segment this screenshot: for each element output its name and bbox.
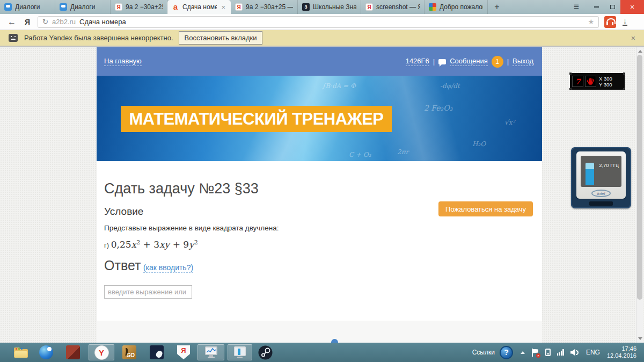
tab-label: Школьные Знани — [313, 3, 356, 11]
banner-formula-decoration: -dφ/dt — [440, 82, 460, 90]
url-input[interactable]: ↻ a2b2.ru Сдача номера ★ — [38, 16, 599, 28]
mouse-coords-widget[interactable]: 7 X 300 Y 300 — [570, 74, 624, 89]
yandex-icon: Я — [235, 3, 243, 11]
taskbar-yandex-widget-button[interactable]: Я — [176, 345, 191, 359]
scroll-up-icon[interactable] — [638, 50, 642, 53]
csgo-icon: GO — [122, 345, 136, 359]
tab-algebra-1[interactable]: Я 9а 2 −30а+25 — — [111, 0, 167, 14]
taskbar-yandex-browser-button[interactable]: Y — [94, 345, 109, 359]
widget-pin — [569, 73, 572, 75]
taskbar-navy-app-button[interactable] — [149, 345, 164, 359]
window-controls: ≡ × — [565, 0, 644, 14]
answer-input[interactable] — [104, 285, 192, 299]
folder-icon — [14, 347, 28, 358]
action-center-flag-icon[interactable]: × — [532, 349, 539, 357]
intel-logo: intel — [591, 190, 611, 197]
banner-formula-decoration: ∫B·dA = Φ — [322, 82, 356, 90]
reload-icon[interactable]: ↻ — [42, 18, 48, 26]
x-coordinate: X 300 — [599, 76, 612, 82]
new-tab-button[interactable]: + — [488, 0, 506, 14]
messages-link[interactable]: Сообщения — [450, 57, 488, 66]
page-scrollbar[interactable] — [636, 47, 643, 343]
language-indicator[interactable]: ENG — [586, 349, 600, 356]
yandex-logo-icon[interactable]: Я — [25, 18, 30, 26]
device-icon[interactable] — [545, 349, 551, 356]
condition-heading: Условие — [104, 206, 143, 218]
site-nav-bar: На главную 1426F6 | Сообщения 1 | Выход — [97, 47, 542, 76]
footer-logo-edge — [331, 339, 338, 343]
show-hidden-icons-chevron[interactable] — [521, 351, 525, 354]
taskbar: Y GO Я — [0, 343, 644, 362]
tab-welcome[interactable]: Добро пожалова — [425, 0, 488, 14]
browser-tab-bar: Диалоги Диалоги Я 9а 2 −30а+25 — a Сдача… — [0, 0, 644, 14]
address-bar: ← Я ↻ a2b2.ru Сдача номера ★ ↓ — [0, 14, 644, 30]
logout-link[interactable]: Выход — [513, 57, 533, 66]
bookmark-star-icon[interactable]: ★ — [588, 18, 594, 26]
formula-prefix: г) — [104, 241, 109, 249]
tab-znanija[interactable]: 3 Школьные Знани — [298, 0, 361, 14]
download-icon[interactable]: ↓ — [623, 18, 627, 26]
red-hand-icon — [587, 77, 595, 85]
desktop-screen: Диалоги Диалоги Я 9а 2 −30а+25 — a Сдача… — [0, 0, 644, 362]
minimize-button[interactable] — [588, 0, 604, 14]
welcome-icon — [429, 3, 436, 11]
tab-algebra-2[interactable]: Я 9а 2 −30а+25 — — [231, 0, 298, 14]
tab-sdacha-nomera-active[interactable]: a Сдача номера × — [167, 0, 231, 14]
user-code-link[interactable]: 1426F6 — [406, 57, 429, 66]
home-link[interactable]: На главную — [104, 57, 142, 66]
coords-text: X 300 Y 300 — [599, 76, 612, 88]
taskbar-explorer-button[interactable] — [13, 345, 28, 359]
task-formula: г) 0,25x2 + 3xy + 9y2 — [104, 239, 198, 250]
tab-label: screenshot — Янд — [376, 3, 420, 11]
yandex-icon: Я — [115, 3, 122, 11]
crash-notification-bar: Работа Yandex была завершена некорректно… — [0, 30, 644, 47]
yandex-pin-icon: Я — [177, 345, 190, 359]
menu-icon[interactable]: ≡ — [565, 0, 588, 14]
clock[interactable]: 17:46 12.04.2016 — [607, 345, 636, 359]
maximize-icon — [610, 5, 615, 9]
taskbar-steam-button[interactable] — [258, 345, 273, 359]
report-task-button[interactable]: Пожаловаться на задачу — [438, 201, 533, 216]
messages-badge[interactable]: 1 — [492, 56, 503, 68]
chat-icon — [60, 3, 67, 11]
page-viewport: На главную 1426F6 | Сообщения 1 | Выход … — [0, 47, 644, 343]
tab-dialogs-1[interactable]: Диалоги — [0, 0, 55, 14]
tab-dialogs-2[interactable]: Диалоги — [55, 0, 111, 14]
cpu-monitor-widget[interactable]: 2,70 ГГц intel — [571, 147, 631, 208]
banner-formula-decoration: 2πr — [397, 148, 408, 156]
help-icon[interactable]: ? — [500, 346, 513, 359]
volume-icon[interactable] — [570, 349, 579, 356]
tab-close-icon[interactable]: × — [220, 3, 226, 11]
blue-disc-icon — [39, 345, 53, 359]
scroll-down-icon[interactable] — [638, 337, 642, 340]
extension-headphones-icon[interactable] — [604, 16, 616, 28]
error-badge: × — [536, 353, 540, 358]
how-to-enter-link[interactable]: (как вводить?) — [143, 263, 193, 273]
znanija-icon: 3 — [302, 3, 310, 11]
taskbar-resource-app-button[interactable] — [232, 345, 247, 359]
cpu-chip-face: 2,70 ГГц intel — [576, 151, 626, 199]
formula-exponent: 2 — [194, 239, 198, 246]
network-signal-icon[interactable] — [557, 349, 564, 356]
taskbar-monitor-app-button[interactable] — [203, 345, 218, 359]
taskbar-csgo-button[interactable]: GO — [122, 345, 137, 359]
task-card: Сдать задачу №23 §33 Условие Пожаловатьс… — [97, 161, 542, 321]
taskbar-media-app-button[interactable] — [39, 345, 54, 359]
links-toolbar-label[interactable]: Ссылки — [472, 349, 495, 356]
maximize-button[interactable] — [604, 0, 620, 14]
tab-label: 9а 2 −30а+25 — — [126, 3, 163, 11]
notification-message: Работа Yandex была завершена некорректно… — [24, 34, 173, 42]
scrollbar-thumb[interactable] — [637, 55, 642, 300]
notification-close-icon[interactable]: × — [631, 34, 635, 42]
user-nav: 1426F6 | Сообщения 1 | Выход — [406, 56, 533, 68]
intel-logo-text: intel — [597, 191, 605, 196]
taskbar-red-app-button[interactable] — [65, 345, 80, 359]
tab-screenshot[interactable]: Я screenshot — Янд — [361, 0, 425, 14]
url-domain: a2b2.ru — [52, 18, 76, 26]
back-icon[interactable]: ← — [8, 17, 16, 27]
close-button[interactable]: × — [620, 0, 644, 14]
restore-tabs-button[interactable]: Восстановить вкладки — [179, 31, 263, 45]
minimize-icon — [594, 6, 599, 8]
cpu-load-bar — [586, 163, 594, 185]
formula-var: y — [189, 239, 194, 250]
